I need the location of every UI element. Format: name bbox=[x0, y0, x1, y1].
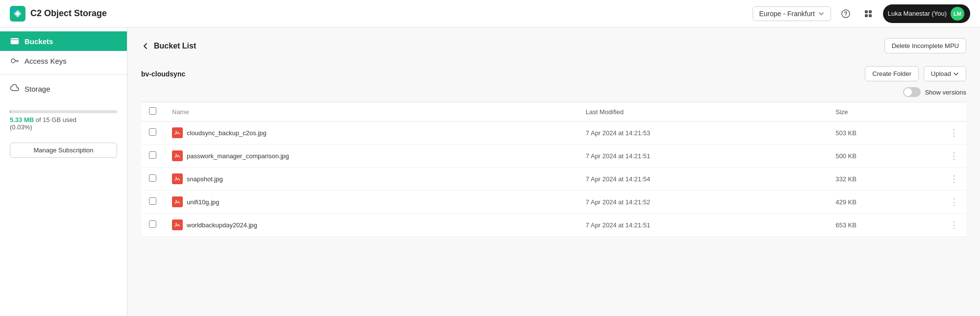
row-actions-cell: ⋮ bbox=[942, 191, 966, 214]
file-name-link[interactable]: snapshot.jpg bbox=[172, 173, 570, 184]
storage-percent: (0.03%) bbox=[10, 123, 32, 131]
sidebar-item-access-keys[interactable]: Access Keys bbox=[0, 51, 127, 71]
question-icon bbox=[841, 9, 850, 18]
file-name-text: unifi10g.jpg bbox=[187, 198, 220, 206]
image-icon bbox=[174, 221, 181, 228]
toggle-knob bbox=[904, 88, 912, 96]
svg-rect-5 bbox=[869, 10, 872, 13]
row-name-cell: worldbackupday2024.jpg bbox=[164, 214, 578, 237]
svg-rect-16 bbox=[174, 198, 181, 205]
row-actions-cell: ⋮ bbox=[942, 168, 966, 191]
row-actions-button[interactable]: ⋮ bbox=[950, 197, 958, 207]
file-name-link[interactable]: unifi10g.jpg bbox=[172, 196, 570, 207]
row-actions-button[interactable]: ⋮ bbox=[950, 220, 958, 230]
row-checkbox-cell bbox=[141, 168, 164, 191]
select-all-checkbox[interactable] bbox=[149, 107, 156, 115]
row-checkbox-0[interactable] bbox=[149, 128, 156, 136]
avatar: LM bbox=[951, 7, 964, 21]
sidebar-item-access-keys-label: Access Keys bbox=[24, 57, 67, 65]
row-actions-cell: ⋮ bbox=[942, 214, 966, 237]
row-checkbox-4[interactable] bbox=[149, 220, 156, 228]
back-navigation[interactable]: Bucket List bbox=[141, 42, 196, 50]
sidebar-item-buckets[interactable]: Buckets bbox=[0, 31, 127, 51]
svg-point-11 bbox=[175, 131, 176, 132]
grid-icon bbox=[864, 9, 873, 18]
file-name-text: passwork_manager_comparison.jpg bbox=[187, 152, 289, 160]
back-arrow-icon bbox=[141, 42, 150, 50]
size-column-header: Size bbox=[828, 102, 942, 122]
file-name-link[interactable]: worldbackupday2024.jpg bbox=[172, 219, 570, 230]
bucket-actions: Create Folder Upload bbox=[865, 66, 966, 81]
content-area: Bucket List Delete Incomplete MPU bv-clo… bbox=[127, 27, 980, 316]
svg-point-15 bbox=[175, 177, 176, 178]
file-name-link[interactable]: cloudsync_backup_c2os.jpg bbox=[172, 127, 570, 138]
logo-icon bbox=[10, 6, 25, 22]
sidebar-item-storage[interactable]: Storage bbox=[0, 79, 127, 98]
table-header-row: Name Last Modified Size bbox=[141, 102, 966, 122]
svg-point-3 bbox=[845, 15, 846, 16]
row-name-cell: snapshot.jpg bbox=[164, 168, 578, 191]
sidebar-item-buckets-label: Buckets bbox=[24, 37, 53, 46]
logo-area: C2 Object Storage bbox=[10, 6, 107, 22]
row-size-cell: 653 KB bbox=[828, 214, 942, 237]
chevron-down-icon bbox=[953, 71, 959, 77]
avatar-initials: LM bbox=[954, 11, 961, 17]
file-name-link[interactable]: passwork_manager_comparison.jpg bbox=[172, 150, 570, 161]
bucket-toolbar: bv-cloudsync Create Folder Upload bbox=[127, 61, 980, 85]
region-label: Europe - Frankfurt bbox=[759, 10, 815, 18]
manage-subscription-button[interactable]: Manage Subscription bbox=[10, 143, 117, 158]
create-folder-button[interactable]: Create Folder bbox=[865, 66, 918, 81]
file-icon bbox=[172, 127, 183, 138]
key-icon bbox=[10, 56, 20, 66]
svg-rect-7 bbox=[869, 14, 872, 17]
svg-rect-6 bbox=[865, 14, 868, 17]
user-name: Luka Manestar (You) bbox=[888, 10, 947, 17]
show-versions-toggle[interactable] bbox=[903, 87, 921, 97]
main-area: Buckets Access Keys Storage bbox=[0, 27, 980, 316]
row-name-cell: unifi10g.jpg bbox=[164, 191, 578, 214]
table-row: snapshot.jpg 7 Apr 2024 at 14:21:54 332 … bbox=[141, 168, 966, 191]
row-actions-cell: ⋮ bbox=[942, 145, 966, 168]
row-modified-cell: 7 Apr 2024 at 14:21:54 bbox=[578, 168, 828, 191]
file-icon bbox=[172, 150, 183, 161]
region-selector[interactable]: Europe - Frankfurt bbox=[753, 6, 831, 21]
table-row: passwork_manager_comparison.jpg 7 Apr 20… bbox=[141, 145, 966, 168]
storage-usage-section: 5.33 MB of 15 GB used (0.03%) bbox=[0, 98, 127, 139]
row-actions-button[interactable]: ⋮ bbox=[950, 174, 958, 184]
row-actions-button[interactable]: ⋮ bbox=[950, 151, 958, 161]
content-header: Bucket List Delete Incomplete MPU bbox=[127, 27, 980, 61]
file-name-text: cloudsync_backup_c2os.jpg bbox=[187, 129, 267, 137]
upload-button[interactable]: Upload bbox=[924, 66, 966, 81]
row-checkbox-cell bbox=[141, 214, 164, 237]
table-row: cloudsync_backup_c2os.jpg 7 Apr 2024 at … bbox=[141, 122, 966, 145]
modified-column-header: Last Modified bbox=[578, 102, 828, 122]
row-checkbox-2[interactable] bbox=[149, 174, 156, 182]
row-checkbox-cell bbox=[141, 145, 164, 168]
row-size-cell: 332 KB bbox=[828, 168, 942, 191]
row-size-cell: 429 KB bbox=[828, 191, 942, 214]
row-modified-cell: 7 Apr 2024 at 14:21:53 bbox=[578, 122, 828, 145]
file-name-text: worldbackupday2024.jpg bbox=[187, 221, 257, 229]
row-modified-cell: 7 Apr 2024 at 14:21:52 bbox=[578, 191, 828, 214]
row-checkbox-3[interactable] bbox=[149, 197, 156, 205]
row-size-cell: 500 KB bbox=[828, 145, 942, 168]
file-table: Name Last Modified Size bbox=[141, 102, 966, 237]
row-checkbox-1[interactable] bbox=[149, 151, 156, 159]
image-icon bbox=[174, 129, 181, 136]
svg-point-17 bbox=[175, 200, 176, 201]
grid-button[interactable] bbox=[860, 6, 876, 22]
file-icon bbox=[172, 196, 183, 207]
show-versions-row: Show versions bbox=[127, 85, 980, 102]
file-name-text: snapshot.jpg bbox=[187, 175, 223, 183]
select-all-header bbox=[141, 102, 164, 122]
svg-point-19 bbox=[175, 223, 176, 224]
name-column-header: Name bbox=[164, 102, 578, 122]
delete-incomplete-mpu-button[interactable]: Delete Incomplete MPU bbox=[884, 38, 966, 53]
row-actions-button[interactable]: ⋮ bbox=[950, 128, 958, 138]
user-menu-button[interactable]: Luka Manestar (You) LM bbox=[883, 4, 970, 23]
storage-bar-background bbox=[10, 110, 117, 113]
help-button[interactable] bbox=[838, 6, 854, 22]
image-icon bbox=[174, 175, 181, 182]
storage-used: 5.33 MB bbox=[10, 116, 34, 123]
sidebar: Buckets Access Keys Storage bbox=[0, 27, 127, 316]
